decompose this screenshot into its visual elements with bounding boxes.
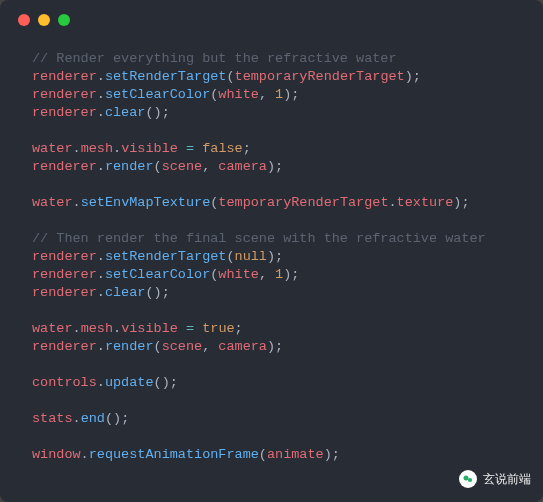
code-line: window.requestAnimationFrame(animate); xyxy=(24,446,519,464)
code-line: // Render everything but the refractive … xyxy=(24,50,519,68)
code-line xyxy=(24,392,519,410)
wechat-icon xyxy=(459,470,477,488)
code-line: water.mesh.visible = false; xyxy=(24,140,519,158)
code-line: renderer.setClearColor(white, 1); xyxy=(24,266,519,284)
code-line xyxy=(24,356,519,374)
code-line: renderer.setClearColor(white, 1); xyxy=(24,86,519,104)
code-window: // Render everything but the refractive … xyxy=(0,0,543,502)
maximize-icon[interactable] xyxy=(58,14,70,26)
minimize-icon[interactable] xyxy=(38,14,50,26)
code-line xyxy=(24,428,519,446)
code-line: renderer.clear(); xyxy=(24,104,519,122)
code-line xyxy=(24,176,519,194)
svg-point-0 xyxy=(464,476,469,481)
code-line: renderer.setRenderTarget(null); xyxy=(24,248,519,266)
svg-point-1 xyxy=(468,478,472,482)
watermark: 玄说前端 xyxy=(459,470,531,488)
code-line xyxy=(24,122,519,140)
code-line xyxy=(24,302,519,320)
code-line: controls.update(); xyxy=(24,374,519,392)
code-line: // Then render the final scene with the … xyxy=(24,230,519,248)
code-block: // Render everything but the refractive … xyxy=(0,40,543,474)
code-line: renderer.render(scene, camera); xyxy=(24,158,519,176)
close-icon[interactable] xyxy=(18,14,30,26)
code-line: water.mesh.visible = true; xyxy=(24,320,519,338)
code-line: renderer.clear(); xyxy=(24,284,519,302)
code-line: renderer.setRenderTarget(temporaryRender… xyxy=(24,68,519,86)
watermark-text: 玄说前端 xyxy=(483,471,531,488)
titlebar xyxy=(0,0,543,40)
code-line: water.setEnvMapTexture(temporaryRenderTa… xyxy=(24,194,519,212)
code-line xyxy=(24,212,519,230)
code-line: stats.end(); xyxy=(24,410,519,428)
code-line: renderer.render(scene, camera); xyxy=(24,338,519,356)
